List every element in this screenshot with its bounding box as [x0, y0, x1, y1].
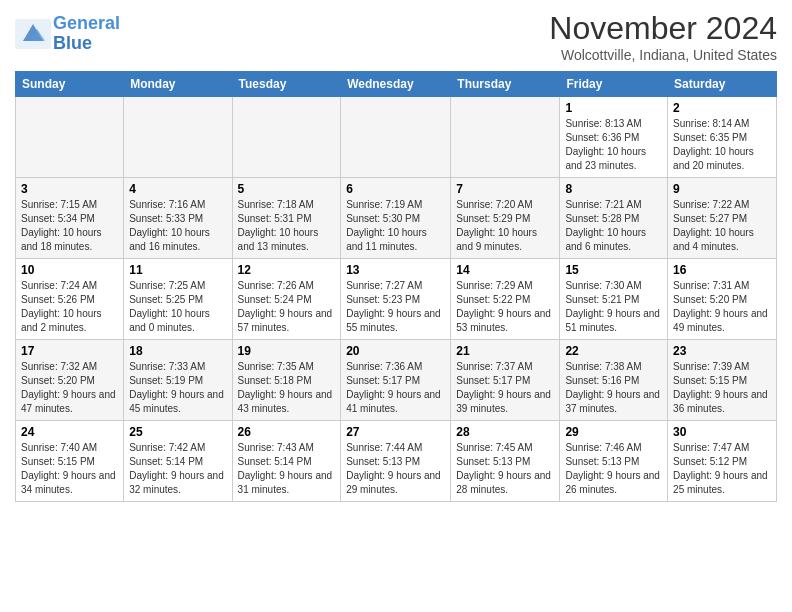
calendar-cell — [341, 97, 451, 178]
day-info: Sunrise: 7:22 AMSunset: 5:27 PMDaylight:… — [673, 198, 771, 254]
day-info: Sunrise: 7:42 AMSunset: 5:14 PMDaylight:… — [129, 441, 226, 497]
calendar-cell: 19Sunrise: 7:35 AMSunset: 5:18 PMDayligh… — [232, 340, 341, 421]
day-number: 22 — [565, 344, 662, 358]
day-number: 8 — [565, 182, 662, 196]
day-info: Sunrise: 7:29 AMSunset: 5:22 PMDaylight:… — [456, 279, 554, 335]
day-info: Sunrise: 7:40 AMSunset: 5:15 PMDaylight:… — [21, 441, 118, 497]
day-number: 21 — [456, 344, 554, 358]
day-number: 3 — [21, 182, 118, 196]
calendar-cell: 4Sunrise: 7:16 AMSunset: 5:33 PMDaylight… — [124, 178, 232, 259]
day-number: 16 — [673, 263, 771, 277]
weekday-header-sunday: Sunday — [16, 72, 124, 97]
day-info: Sunrise: 7:46 AMSunset: 5:13 PMDaylight:… — [565, 441, 662, 497]
weekday-header-saturday: Saturday — [668, 72, 777, 97]
day-number: 9 — [673, 182, 771, 196]
calendar-cell: 28Sunrise: 7:45 AMSunset: 5:13 PMDayligh… — [451, 421, 560, 502]
calendar-cell: 22Sunrise: 7:38 AMSunset: 5:16 PMDayligh… — [560, 340, 668, 421]
page-header: General Blue November 2024 Wolcottville,… — [15, 10, 777, 63]
calendar-cell: 10Sunrise: 7:24 AMSunset: 5:26 PMDayligh… — [16, 259, 124, 340]
day-info: Sunrise: 8:13 AMSunset: 6:36 PMDaylight:… — [565, 117, 662, 173]
day-number: 23 — [673, 344, 771, 358]
calendar-cell: 26Sunrise: 7:43 AMSunset: 5:14 PMDayligh… — [232, 421, 341, 502]
calendar-cell: 14Sunrise: 7:29 AMSunset: 5:22 PMDayligh… — [451, 259, 560, 340]
day-number: 12 — [238, 263, 336, 277]
day-info: Sunrise: 7:30 AMSunset: 5:21 PMDaylight:… — [565, 279, 662, 335]
day-number: 18 — [129, 344, 226, 358]
day-info: Sunrise: 7:24 AMSunset: 5:26 PMDaylight:… — [21, 279, 118, 335]
day-number: 14 — [456, 263, 554, 277]
weekday-header-wednesday: Wednesday — [341, 72, 451, 97]
calendar-cell: 6Sunrise: 7:19 AMSunset: 5:30 PMDaylight… — [341, 178, 451, 259]
day-info: Sunrise: 7:20 AMSunset: 5:29 PMDaylight:… — [456, 198, 554, 254]
calendar-week-row: 1Sunrise: 8:13 AMSunset: 6:36 PMDaylight… — [16, 97, 777, 178]
day-info: Sunrise: 7:35 AMSunset: 5:18 PMDaylight:… — [238, 360, 336, 416]
day-info: Sunrise: 7:43 AMSunset: 5:14 PMDaylight:… — [238, 441, 336, 497]
calendar-cell: 15Sunrise: 7:30 AMSunset: 5:21 PMDayligh… — [560, 259, 668, 340]
calendar-cell: 8Sunrise: 7:21 AMSunset: 5:28 PMDaylight… — [560, 178, 668, 259]
day-number: 15 — [565, 263, 662, 277]
calendar-cell: 9Sunrise: 7:22 AMSunset: 5:27 PMDaylight… — [668, 178, 777, 259]
calendar-cell: 3Sunrise: 7:15 AMSunset: 5:34 PMDaylight… — [16, 178, 124, 259]
calendar-cell: 2Sunrise: 8:14 AMSunset: 6:35 PMDaylight… — [668, 97, 777, 178]
day-info: Sunrise: 7:39 AMSunset: 5:15 PMDaylight:… — [673, 360, 771, 416]
calendar-cell: 12Sunrise: 7:26 AMSunset: 5:24 PMDayligh… — [232, 259, 341, 340]
calendar-cell: 17Sunrise: 7:32 AMSunset: 5:20 PMDayligh… — [16, 340, 124, 421]
weekday-header-friday: Friday — [560, 72, 668, 97]
day-info: Sunrise: 7:16 AMSunset: 5:33 PMDaylight:… — [129, 198, 226, 254]
calendar-cell — [124, 97, 232, 178]
day-info: Sunrise: 7:15 AMSunset: 5:34 PMDaylight:… — [21, 198, 118, 254]
day-info: Sunrise: 7:44 AMSunset: 5:13 PMDaylight:… — [346, 441, 445, 497]
day-info: Sunrise: 7:37 AMSunset: 5:17 PMDaylight:… — [456, 360, 554, 416]
day-number: 25 — [129, 425, 226, 439]
day-info: Sunrise: 7:27 AMSunset: 5:23 PMDaylight:… — [346, 279, 445, 335]
calendar-cell: 23Sunrise: 7:39 AMSunset: 5:15 PMDayligh… — [668, 340, 777, 421]
day-info: Sunrise: 7:32 AMSunset: 5:20 PMDaylight:… — [21, 360, 118, 416]
day-info: Sunrise: 7:36 AMSunset: 5:17 PMDaylight:… — [346, 360, 445, 416]
day-info: Sunrise: 7:31 AMSunset: 5:20 PMDaylight:… — [673, 279, 771, 335]
day-number: 29 — [565, 425, 662, 439]
day-info: Sunrise: 8:14 AMSunset: 6:35 PMDaylight:… — [673, 117, 771, 173]
day-number: 7 — [456, 182, 554, 196]
month-title: November 2024 — [549, 10, 777, 47]
calendar-cell: 29Sunrise: 7:46 AMSunset: 5:13 PMDayligh… — [560, 421, 668, 502]
calendar-week-row: 24Sunrise: 7:40 AMSunset: 5:15 PMDayligh… — [16, 421, 777, 502]
day-number: 10 — [21, 263, 118, 277]
calendar-week-row: 17Sunrise: 7:32 AMSunset: 5:20 PMDayligh… — [16, 340, 777, 421]
calendar-cell: 13Sunrise: 7:27 AMSunset: 5:23 PMDayligh… — [341, 259, 451, 340]
day-info: Sunrise: 7:25 AMSunset: 5:25 PMDaylight:… — [129, 279, 226, 335]
logo-icon — [15, 19, 51, 49]
weekday-header-tuesday: Tuesday — [232, 72, 341, 97]
day-number: 2 — [673, 101, 771, 115]
day-number: 13 — [346, 263, 445, 277]
day-number: 27 — [346, 425, 445, 439]
location-title: Wolcottville, Indiana, United States — [549, 47, 777, 63]
calendar-cell: 11Sunrise: 7:25 AMSunset: 5:25 PMDayligh… — [124, 259, 232, 340]
calendar-cell: 5Sunrise: 7:18 AMSunset: 5:31 PMDaylight… — [232, 178, 341, 259]
calendar-cell — [451, 97, 560, 178]
calendar-cell: 27Sunrise: 7:44 AMSunset: 5:13 PMDayligh… — [341, 421, 451, 502]
day-info: Sunrise: 7:38 AMSunset: 5:16 PMDaylight:… — [565, 360, 662, 416]
weekday-header-monday: Monday — [124, 72, 232, 97]
calendar-cell: 16Sunrise: 7:31 AMSunset: 5:20 PMDayligh… — [668, 259, 777, 340]
day-info: Sunrise: 7:19 AMSunset: 5:30 PMDaylight:… — [346, 198, 445, 254]
calendar-table: SundayMondayTuesdayWednesdayThursdayFrid… — [15, 71, 777, 502]
day-info: Sunrise: 7:47 AMSunset: 5:12 PMDaylight:… — [673, 441, 771, 497]
day-info: Sunrise: 7:21 AMSunset: 5:28 PMDaylight:… — [565, 198, 662, 254]
day-number: 11 — [129, 263, 226, 277]
calendar-cell — [16, 97, 124, 178]
day-info: Sunrise: 7:18 AMSunset: 5:31 PMDaylight:… — [238, 198, 336, 254]
day-number: 19 — [238, 344, 336, 358]
day-number: 20 — [346, 344, 445, 358]
day-info: Sunrise: 7:33 AMSunset: 5:19 PMDaylight:… — [129, 360, 226, 416]
calendar-cell: 30Sunrise: 7:47 AMSunset: 5:12 PMDayligh… — [668, 421, 777, 502]
calendar-cell: 1Sunrise: 8:13 AMSunset: 6:36 PMDaylight… — [560, 97, 668, 178]
calendar-cell: 21Sunrise: 7:37 AMSunset: 5:17 PMDayligh… — [451, 340, 560, 421]
day-number: 6 — [346, 182, 445, 196]
day-number: 4 — [129, 182, 226, 196]
calendar-week-row: 3Sunrise: 7:15 AMSunset: 5:34 PMDaylight… — [16, 178, 777, 259]
day-number: 26 — [238, 425, 336, 439]
weekday-header-thursday: Thursday — [451, 72, 560, 97]
calendar-week-row: 10Sunrise: 7:24 AMSunset: 5:26 PMDayligh… — [16, 259, 777, 340]
calendar-cell: 7Sunrise: 7:20 AMSunset: 5:29 PMDaylight… — [451, 178, 560, 259]
calendar-cell: 20Sunrise: 7:36 AMSunset: 5:17 PMDayligh… — [341, 340, 451, 421]
